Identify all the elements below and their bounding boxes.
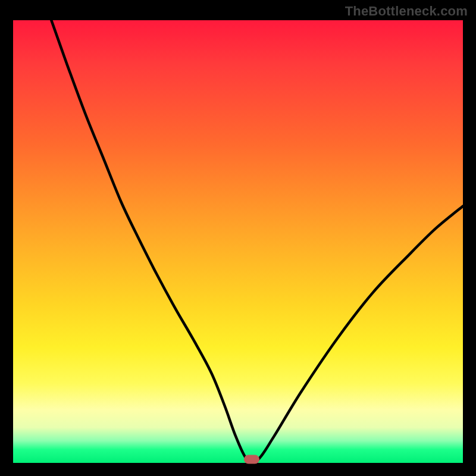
curve-path xyxy=(51,20,463,462)
optimal-point-marker xyxy=(244,455,259,464)
watermark-text: TheBottleneck.com xyxy=(345,4,468,19)
chart-frame: TheBottleneck.com xyxy=(0,0,476,476)
plot-area xyxy=(13,20,463,463)
bottleneck-curve xyxy=(13,20,463,463)
